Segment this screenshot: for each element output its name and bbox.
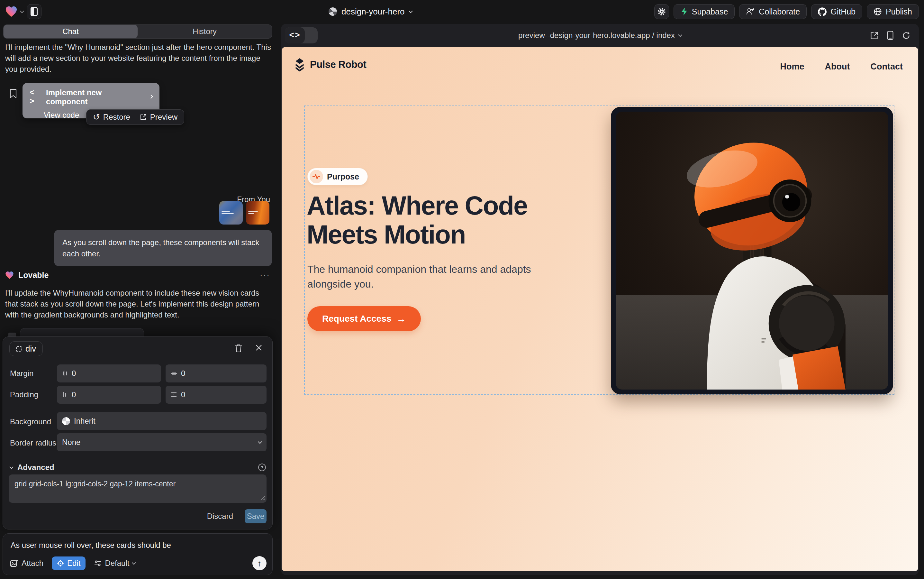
close-inspector-button[interactable] xyxy=(255,344,263,352)
preview-url-bar[interactable]: preview--design-your-hero.lovable.app / … xyxy=(281,24,919,47)
purpose-badge: Purpose xyxy=(307,168,368,185)
attachment-thumbnail-orange[interactable] xyxy=(246,201,269,224)
collaborate-label: Collaborate xyxy=(759,7,800,16)
lovable-logo-icon[interactable] xyxy=(5,6,17,17)
project-name: design-your-hero xyxy=(341,7,405,17)
site-preview: Pulse Robot Home About Contact Purpose A… xyxy=(282,47,918,571)
purpose-badge-label: Purpose xyxy=(327,172,359,182)
nav-home[interactable]: Home xyxy=(780,62,805,72)
padding-x-icon xyxy=(62,391,68,398)
help-icon[interactable]: ? xyxy=(258,463,266,471)
attachment-thumbnail-blue[interactable] xyxy=(219,201,243,224)
project-globe-icon xyxy=(328,7,337,16)
collaborate-people-icon xyxy=(746,7,755,16)
refresh-button[interactable] xyxy=(902,31,911,40)
supabase-button[interactable]: Supabase xyxy=(674,4,735,19)
project-switcher[interactable]: design-your-hero xyxy=(328,0,412,23)
sliders-icon xyxy=(94,560,101,566)
padding-x-input[interactable]: 0 xyxy=(57,386,161,404)
assistant-header: Lovable ··· xyxy=(5,270,270,280)
bookmark-icon[interactable] xyxy=(9,89,17,98)
request-access-button[interactable]: Request Access → xyxy=(307,306,421,331)
background-label: Background xyxy=(10,417,51,426)
border-radius-value: None xyxy=(62,438,80,447)
edit-label: Edit xyxy=(67,559,80,568)
mobile-phone-icon xyxy=(886,31,894,40)
gear-icon xyxy=(657,7,666,16)
version-actions: ↺ Restore Preview xyxy=(86,110,184,125)
topbar-actions: Supabase Collaborate GitHub xyxy=(654,0,919,23)
margin-x-value: 0 xyxy=(72,369,76,378)
margin-y-input[interactable]: 0 xyxy=(166,365,266,383)
settings-button[interactable] xyxy=(654,4,669,19)
element-tag: div xyxy=(25,344,36,354)
selected-element-chip[interactable]: div xyxy=(9,341,43,356)
workspace-chevron-down-icon[interactable] xyxy=(20,9,24,13)
padding-y-value: 0 xyxy=(181,390,185,399)
sidebar-toggle-button[interactable] xyxy=(27,4,41,19)
chat-composer[interactable]: As user mouse roll over, these cards sho… xyxy=(3,533,273,575)
dashed-element-icon xyxy=(16,346,21,352)
chevron-right-icon xyxy=(149,95,153,99)
close-icon xyxy=(255,344,263,352)
mobile-view-button[interactable] xyxy=(886,31,894,40)
topbar: design-your-hero Supabase xyxy=(0,0,924,23)
delete-element-button[interactable] xyxy=(234,344,243,353)
trash-icon xyxy=(234,344,243,353)
border-radius-select[interactable]: None xyxy=(57,433,266,451)
advanced-chevron-down-icon xyxy=(9,465,13,469)
site-brand-name: Pulse Robot xyxy=(310,59,366,70)
supabase-label: Supabase xyxy=(692,7,728,16)
external-link-icon xyxy=(140,114,147,121)
discard-button[interactable]: Discard xyxy=(207,512,233,521)
padding-y-input[interactable]: 0 xyxy=(166,386,266,404)
preview-chrome-actions xyxy=(870,24,911,47)
attach-button[interactable]: Attach xyxy=(10,559,43,568)
url-chevron-down-icon xyxy=(678,33,682,37)
tab-chat[interactable]: Chat xyxy=(3,25,137,38)
project-chevron-down-icon xyxy=(409,9,413,13)
arrow-right-icon: → xyxy=(397,313,406,324)
github-button[interactable]: GitHub xyxy=(811,4,862,19)
site-brand[interactable]: Pulse Robot xyxy=(294,58,366,71)
attach-image-icon xyxy=(10,559,18,568)
padding-y-icon xyxy=(171,392,177,397)
composer-input[interactable]: As user mouse roll over, these cards sho… xyxy=(11,541,171,550)
open-in-new-tab-button[interactable] xyxy=(870,31,879,40)
collaborate-button[interactable]: Collaborate xyxy=(739,4,806,19)
advanced-section-header[interactable]: Advanced ? xyxy=(10,463,266,472)
publish-button[interactable]: Publish xyxy=(867,4,919,19)
attach-label: Attach xyxy=(21,559,43,568)
send-arrow-icon: ↑ xyxy=(258,558,262,568)
mode-label: Default xyxy=(105,559,129,568)
mode-select[interactable]: Default xyxy=(94,559,135,568)
restore-button[interactable]: ↺ Restore xyxy=(93,112,130,122)
external-link-icon xyxy=(870,31,879,40)
margin-y-value: 0 xyxy=(181,369,185,378)
send-button[interactable]: ↑ xyxy=(252,556,266,570)
tool-card-title: Implement new component xyxy=(46,88,145,106)
preview-chrome: <> preview--design-your-hero.lovable.app… xyxy=(281,24,919,47)
tab-history[interactable]: History xyxy=(137,25,272,38)
message-menu-icon[interactable]: ··· xyxy=(260,270,270,280)
sidebar-toggle-icon xyxy=(31,7,38,16)
tailwind-classes-textarea[interactable]: grid grid-cols-1 lg:grid-cols-2 gap-12 i… xyxy=(9,474,266,503)
save-button[interactable]: Save xyxy=(245,509,266,523)
preview-button[interactable]: Preview xyxy=(140,113,178,122)
preview-url: preview--design-your-hero.lovable.app / … xyxy=(518,31,675,40)
edit-mode-button[interactable]: Edit xyxy=(52,556,85,570)
preview-label: Preview xyxy=(150,113,178,122)
robot-illustration xyxy=(615,111,888,389)
user-message: As you scroll down the page, these compo… xyxy=(54,230,272,267)
restore-icon: ↺ xyxy=(93,112,100,122)
mode-chevron-down-icon xyxy=(132,561,136,565)
transparency-swatch-icon xyxy=(62,417,70,425)
background-input[interactable]: Inherit xyxy=(57,412,266,430)
nav-about[interactable]: About xyxy=(825,62,850,72)
request-access-label: Request Access xyxy=(322,314,391,324)
assistant-name: Lovable xyxy=(18,270,49,280)
margin-x-input[interactable]: 0 xyxy=(57,365,161,383)
supabase-icon xyxy=(680,7,688,16)
nav-contact[interactable]: Contact xyxy=(871,62,903,72)
advanced-label: Advanced xyxy=(17,463,54,472)
